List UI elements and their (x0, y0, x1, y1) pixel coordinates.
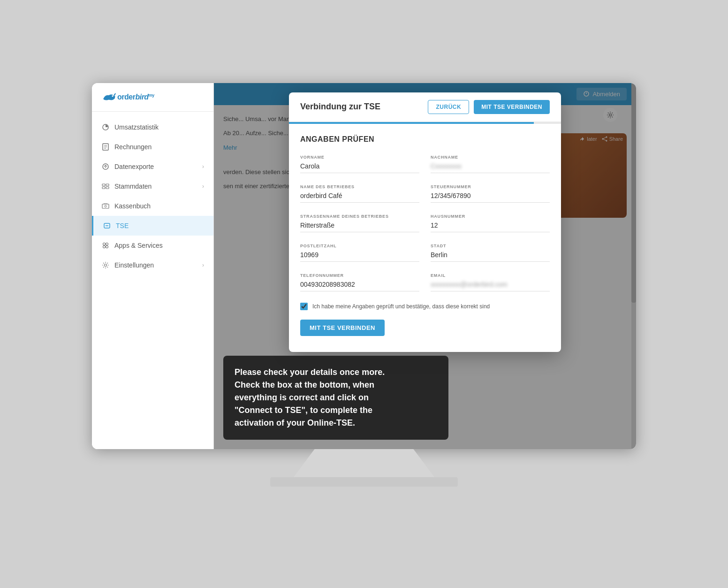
sidebar-item-rechnungen[interactable]: Rechnungen (92, 137, 213, 157)
form-row-business: NAME DES BETRIEBES orderbird Café STEUER… (300, 184, 550, 203)
confirm-checkbox[interactable] (300, 303, 308, 310)
cash-icon (101, 202, 110, 210)
back-button[interactable]: ZURÜCK (428, 100, 469, 114)
apps-icon (101, 241, 110, 250)
svg-point-17 (106, 243, 108, 245)
email-value: xxxxxxxxx@orderbird.com (431, 281, 550, 291)
monitor-stand (294, 449, 434, 477)
betrieb-label: NAME DES BETRIEBES (300, 184, 419, 189)
form-row-contact: TELEFONNUMMER 004930208983082 EMAIL xxxx… (300, 273, 550, 291)
sidebar-logo: orderbirdmy (92, 83, 213, 112)
sidebar-label-kassenbuch: Kassenbuch (114, 202, 151, 210)
checkbox-row: Ich habe meine Angaben geprüft und bestä… (300, 303, 550, 310)
nachname-label: NACHNAME (431, 155, 550, 160)
sidebar-label-umsatzstatistik: Umsatzstatistik (114, 123, 159, 131)
export-icon (101, 162, 110, 171)
logo-text: orderbirdmy (117, 93, 154, 101)
hausnummer-label: HAUSNUMMER (431, 214, 550, 219)
sidebar: orderbirdmy Umsatzstatistik R (92, 83, 214, 449)
sidebar-label-stammdaten: Stammdaten (114, 183, 152, 190)
form-group-stadt: STADT Berlin (431, 244, 550, 262)
settings-icon (101, 261, 110, 269)
form-group-betrieb: NAME DES BETRIEBES orderbird Café (300, 184, 419, 203)
steuernummer-label: STEUERNUMMER (431, 184, 550, 189)
modal-title: Verbindung zur TSE (300, 102, 380, 112)
tse-icon (103, 221, 111, 230)
svg-rect-11 (106, 187, 109, 189)
modal-verbindung-tse: Verbindung zur TSE ZURÜCK MIT TSE VERBIN… (289, 92, 561, 352)
chevron-icon-einstellungen: › (202, 262, 204, 268)
connect-tse-button-bottom[interactable]: MIT TSE VERBINDEN (300, 320, 385, 336)
sidebar-item-umsatzstatistik[interactable]: Umsatzstatistik (92, 117, 213, 137)
svg-point-20 (105, 264, 107, 266)
svg-point-19 (106, 245, 108, 248)
svg-rect-12 (102, 204, 109, 208)
plz-value: 10969 (300, 251, 419, 262)
modal-header: Verbindung zur TSE ZURÜCK MIT TSE VERBIN… (289, 92, 561, 122)
monitor-screen: orderbirdmy Umsatzstatistik R (92, 83, 636, 449)
svg-point-13 (105, 205, 106, 207)
logo-my: my (149, 92, 154, 97)
svg-rect-10 (102, 187, 105, 189)
sidebar-item-apps-services[interactable]: Apps & Services (92, 236, 213, 255)
sidebar-nav: Umsatzstatistik Rechnungen Datenexporte (92, 112, 213, 449)
form-group-vorname: VORNAME Carola (300, 155, 419, 173)
form-row-city: POSTLEITZAHL 10969 STADT Berlin (300, 244, 550, 262)
sidebar-label-apps-services: Apps & Services (114, 242, 163, 249)
form-group-steuernummer: STEUERNUMMER 12/345/67890 (431, 184, 550, 203)
betrieb-value: orderbird Café (300, 192, 419, 203)
telefon-value: 004930208983082 (300, 281, 419, 291)
form-group-strasse: STRASSENNAME DEINES BETRIEBES Ritterstra… (300, 214, 419, 232)
form-group-telefon: TELEFONNUMMER 004930208983082 (300, 273, 419, 291)
chevron-icon-stammdaten: › (202, 183, 204, 190)
checkbox-label: Ich habe meine Angaben geprüft und bestä… (312, 303, 490, 310)
main-content: Abmelden Siche... Umsa... vor Manipulati… (214, 83, 636, 449)
vorname-label: VORNAME (300, 155, 419, 160)
nachname-value: Cxxxxxxxx (431, 162, 550, 173)
stadt-label: STADT (431, 244, 550, 248)
plz-label: POSTLEITZAHL (300, 244, 419, 248)
chevron-icon-datenexporte: › (202, 163, 204, 170)
svg-point-16 (103, 243, 106, 245)
modal-header-buttons: ZURÜCK MIT TSE VERBINDEN (428, 100, 550, 114)
sidebar-item-tse[interactable]: TSE (92, 216, 213, 236)
sidebar-item-stammdaten[interactable]: Stammdaten › (92, 176, 213, 196)
monitor-base (270, 477, 458, 487)
email-label: EMAIL (431, 273, 550, 278)
svg-rect-8 (102, 184, 105, 186)
orderbird-logo: orderbirdmy (101, 92, 154, 103)
telefon-label: TELEFONNUMMER (300, 273, 419, 278)
app-container: orderbirdmy Umsatzstatistik R (92, 83, 636, 449)
form-group-hausnummer: HAUSNUMMER 12 (431, 214, 550, 232)
svg-point-0 (112, 95, 113, 97)
connect-tse-button-header[interactable]: MIT TSE VERBINDEN (474, 100, 550, 114)
sidebar-item-einstellungen[interactable]: Einstellungen › (92, 255, 213, 275)
bird-icon (101, 92, 116, 103)
sidebar-label-tse: TSE (116, 222, 129, 229)
form-row-name: VORNAME Carola NACHNAME Cxxxxxxxx (300, 155, 550, 173)
sidebar-item-datenexporte[interactable]: Datenexporte › (92, 157, 213, 176)
sidebar-label-rechnungen: Rechnungen (114, 143, 152, 151)
svg-rect-9 (106, 184, 109, 186)
sidebar-label-einstellungen: Einstellungen (114, 261, 154, 269)
svg-point-18 (103, 245, 106, 248)
hint-box: Please check your details once more.Chec… (223, 356, 448, 440)
hausnummer-value: 12 (431, 221, 550, 232)
strasse-label: STRASSENNAME DEINES BETRIEBES (300, 214, 419, 219)
modal-section-title: ANGABEN PRÜFEN (300, 135, 550, 144)
hint-text: Please check your details once more.Chec… (235, 367, 385, 428)
chart-icon (101, 123, 110, 131)
sidebar-item-kassenbuch[interactable]: Kassenbuch (92, 196, 213, 216)
strasse-value: Ritterstraße (300, 221, 419, 232)
form-row-address: STRASSENNAME DEINES BETRIEBES Ritterstra… (300, 214, 550, 232)
invoice-icon (101, 143, 110, 151)
modal-body: ANGABEN PRÜFEN VORNAME Carola NACHNAME C… (289, 124, 561, 352)
vorname-value: Carola (300, 162, 419, 173)
steuernummer-value: 12/345/67890 (431, 192, 550, 203)
sidebar-label-datenexporte: Datenexporte (114, 163, 154, 170)
form-group-nachname: NACHNAME Cxxxxxxxx (431, 155, 550, 173)
stadt-value: Berlin (431, 251, 550, 262)
data-icon (101, 182, 110, 191)
form-group-plz: POSTLEITZAHL 10969 (300, 244, 419, 262)
form-group-email: EMAIL xxxxxxxxx@orderbird.com (431, 273, 550, 291)
